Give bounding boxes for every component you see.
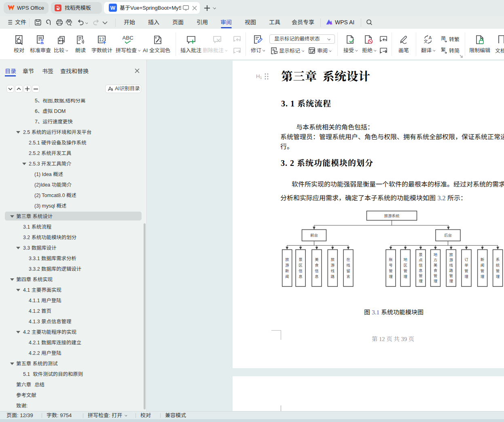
svg-text:订: 订 [464, 257, 468, 262]
svg-text:账: 账 [389, 257, 393, 262]
svg-text:线: 线 [449, 262, 453, 268]
svg-text:信: 信 [299, 268, 303, 274]
svg-text:息: 息 [315, 274, 319, 279]
svg-text:管: 管 [481, 268, 485, 274]
svg-text:管: 管 [403, 268, 407, 274]
svg-text:理: 理 [389, 274, 393, 279]
svg-text:前台: 前台 [310, 232, 318, 238]
svg-text:新: 新 [285, 268, 289, 274]
svg-text:理: 理 [464, 274, 468, 279]
svg-text:简: 简 [441, 35, 446, 41]
svg-text:信: 信 [419, 262, 423, 268]
svg-text:系: 系 [496, 257, 500, 262]
svg-text:区: 区 [403, 262, 407, 268]
svg-text:点: 点 [419, 257, 423, 263]
svg-text:后台: 后台 [444, 232, 452, 238]
svg-text:ABC: ABC [123, 35, 133, 41]
svg-text:食: 食 [434, 267, 438, 273]
svg-text:方: 方 [434, 257, 438, 263]
svg-text:理: 理 [481, 274, 485, 279]
svg-text:单: 单 [464, 262, 468, 268]
svg-text:管: 管 [389, 268, 393, 274]
svg-text:闻: 闻 [285, 274, 289, 279]
svg-text:路: 路 [449, 267, 453, 273]
svg-text:地: 地 [403, 257, 407, 262]
svg-text:线: 线 [331, 268, 335, 274]
svg-text:区: 区 [299, 262, 303, 268]
svg-text:管: 管 [449, 273, 453, 278]
svg-text:统: 统 [496, 262, 500, 268]
svg-text:游: 游 [285, 262, 289, 268]
svg-text:息: 息 [299, 274, 303, 279]
svg-text:12: 12 [99, 37, 104, 42]
svg-text:言: 言 [346, 274, 350, 279]
svg-text:旅游系统: 旅游系统 [384, 213, 400, 218]
svg-text:旅: 旅 [331, 257, 335, 262]
svg-text:理: 理 [434, 278, 438, 284]
svg-text:号: 号 [389, 262, 393, 268]
svg-text:管: 管 [434, 273, 438, 278]
svg-text:在: 在 [346, 257, 350, 262]
svg-text:理: 理 [419, 278, 423, 284]
svg-text:A: A [429, 35, 432, 40]
svg-text:繁: 繁 [441, 47, 446, 53]
svg-text:美: 美 [434, 262, 438, 268]
svg-text:美: 美 [315, 257, 319, 262]
svg-text:息: 息 [419, 267, 423, 273]
svg-text:闻: 闻 [481, 262, 485, 268]
svg-text:景: 景 [299, 257, 303, 262]
svg-text:文: 文 [424, 38, 428, 44]
svg-text:留: 留 [346, 268, 350, 274]
svg-text:旅: 旅 [285, 257, 289, 262]
svg-text:旅: 旅 [449, 252, 453, 257]
svg-text:地: 地 [434, 252, 438, 257]
svg-text:管: 管 [496, 268, 500, 274]
svg-text:管: 管 [464, 268, 468, 274]
svg-text:理: 理 [449, 278, 453, 284]
svg-text:景: 景 [419, 252, 423, 257]
svg-text:W: W [110, 5, 116, 11]
svg-text:信: 信 [315, 268, 319, 274]
svg-text:管: 管 [419, 273, 423, 278]
svg-text:游: 游 [331, 262, 335, 268]
svg-text:食: 食 [315, 262, 319, 268]
svg-text:新: 新 [481, 257, 485, 262]
svg-text:游: 游 [449, 257, 453, 263]
svg-text:路: 路 [331, 274, 335, 279]
svg-text:理: 理 [496, 274, 500, 279]
svg-text:线: 线 [346, 262, 350, 268]
svg-text:理: 理 [403, 274, 407, 279]
